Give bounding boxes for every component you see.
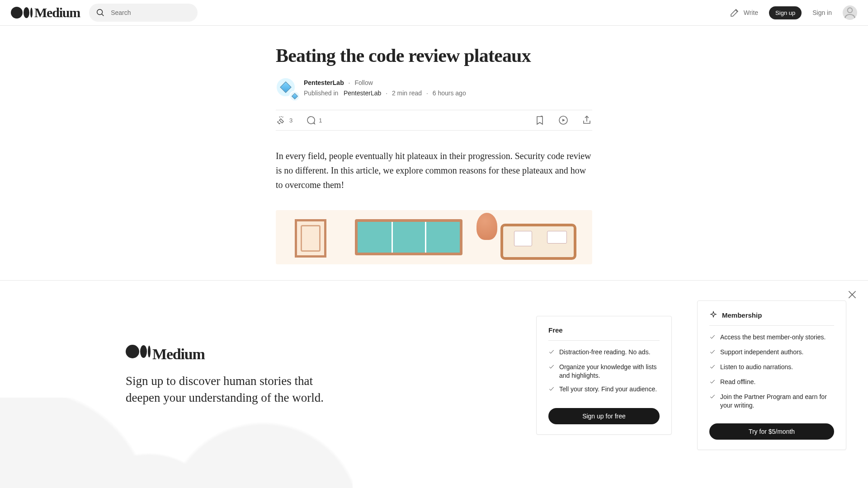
svg-point-2 — [848, 8, 853, 13]
article-main: Beating the code review plateaux Pentest… — [276, 26, 592, 264]
signup-sheet: Medium Sign up to discover human stories… — [0, 280, 868, 488]
plan-membership-feature: Read offline. — [709, 378, 834, 387]
publication-link[interactable]: PentesterLab — [344, 89, 381, 97]
sparkle-icon — [709, 311, 717, 319]
sheet-medium-logo[interactable]: Medium — [126, 345, 511, 364]
check-icon — [709, 334, 716, 343]
comment-count: 1 — [319, 117, 322, 124]
clap-count: 3 — [289, 117, 292, 124]
svg-point-0 — [97, 9, 103, 15]
plan-membership-title: Membership — [722, 311, 762, 319]
medium-logo-mark — [11, 7, 33, 19]
sheet-intro: Medium Sign up to discover human stories… — [22, 299, 511, 452]
write-icon — [729, 7, 740, 18]
top-nav: Medium Write Sign up Sign in — [0, 0, 868, 26]
article-byline: PentesterLab · Follow Published in Pente… — [276, 77, 592, 99]
plan-free-feature: Distraction-free reading. No ads. — [548, 348, 660, 357]
check-icon — [709, 364, 716, 372]
article-action-bar: 3 1 — [276, 110, 592, 131]
medium-logo[interactable]: Medium — [11, 5, 80, 20]
listen-button[interactable] — [558, 115, 569, 126]
play-circle-icon — [558, 115, 569, 126]
sheet-close-button[interactable] — [846, 289, 858, 300]
read-time: 2 min read — [392, 89, 422, 97]
sheet-tagline: Sign up to discover human stories that d… — [126, 373, 325, 406]
bookmark-icon — [534, 115, 545, 126]
profile-avatar[interactable] — [843, 5, 857, 20]
clap-icon — [276, 115, 287, 126]
article-hero-image — [276, 210, 592, 264]
plan-membership-feature: Access the best member-only stories. — [709, 333, 834, 343]
plan-free-card: Free Distraction-free reading. No ads. O… — [536, 316, 672, 435]
plan-membership-features: Access the best member-only stories. Sup… — [709, 333, 834, 415]
author-avatar[interactable] — [276, 77, 297, 99]
check-icon — [548, 349, 555, 357]
check-icon — [709, 349, 716, 357]
signup-button[interactable]: Sign up — [769, 6, 802, 19]
share-button[interactable] — [581, 115, 592, 126]
search-input[interactable] — [110, 9, 191, 17]
follow-button[interactable]: Follow — [354, 79, 373, 86]
bookmark-button[interactable] — [534, 115, 545, 126]
author-link[interactable]: PentesterLab — [304, 79, 344, 86]
header-actions: Write Sign up Sign in — [729, 5, 857, 20]
signup-free-button[interactable]: Sign up for free — [548, 408, 660, 424]
published-in-prefix: Published in — [304, 89, 338, 97]
plan-free-features: Distraction-free reading. No ads. Organi… — [548, 348, 660, 400]
comment-button[interactable]: 1 — [305, 115, 322, 126]
user-icon — [843, 5, 857, 20]
medium-wordmark: Medium — [34, 5, 80, 20]
check-icon — [709, 379, 716, 387]
comment-icon — [305, 115, 316, 126]
write-label: Write — [744, 9, 758, 16]
signin-link[interactable]: Sign in — [812, 9, 832, 16]
plan-membership-feature: Listen to audio narrations. — [709, 363, 834, 372]
check-icon — [548, 364, 555, 372]
check-icon — [709, 394, 716, 402]
plan-free-title: Free — [548, 326, 660, 341]
article-paragraph: In every field, people eventually hit pl… — [276, 149, 592, 192]
write-link[interactable]: Write — [729, 7, 758, 18]
article-title: Beating the code review plateaux — [276, 45, 592, 66]
search-icon — [95, 8, 105, 18]
check-icon — [548, 386, 555, 394]
close-icon — [846, 289, 858, 300]
share-icon — [581, 115, 592, 126]
plan-membership-feature: Join the Partner Program and earn for yo… — [709, 393, 834, 410]
plan-free-feature: Tell your story. Find your audience. — [548, 385, 660, 394]
search-input-wrapper[interactable] — [89, 4, 198, 22]
posted-ago: 6 hours ago — [433, 89, 466, 97]
plan-membership-feature: Support independent authors. — [709, 348, 834, 357]
plan-free-feature: Organize your knowledge with lists and h… — [548, 363, 660, 380]
try-membership-button[interactable]: Try for $5/month — [709, 423, 834, 440]
plan-membership-card: Membership Access the best member-only s… — [697, 300, 846, 450]
clap-button[interactable]: 3 — [276, 115, 292, 126]
svg-line-1 — [102, 14, 104, 16]
